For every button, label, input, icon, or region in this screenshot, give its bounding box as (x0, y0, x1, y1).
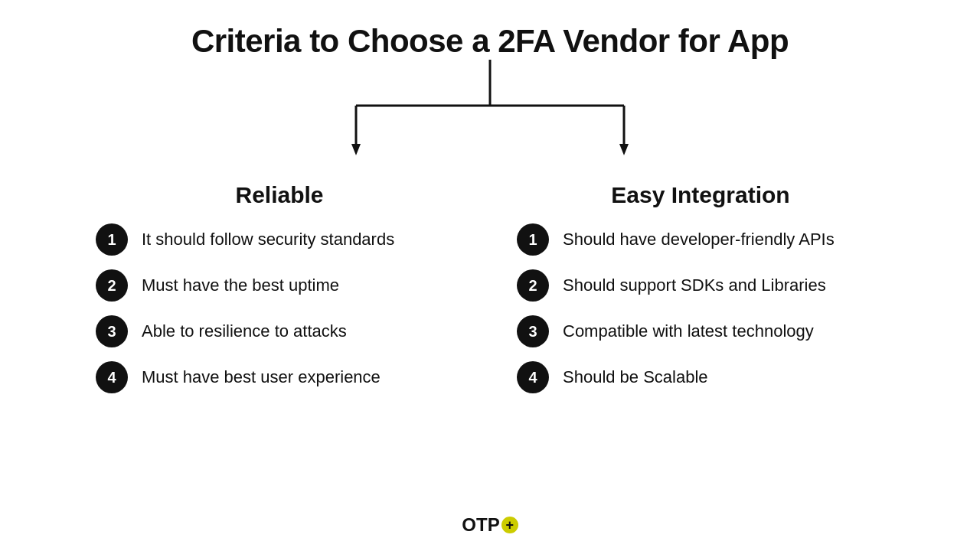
badge-3: 3 (517, 315, 549, 347)
item-text: Should support SDKs and Libraries (563, 276, 826, 295)
easy-integration-heading: Easy Integration (517, 182, 884, 208)
badge-3: 3 (96, 315, 128, 347)
list-item: 2 Should support SDKs and Libraries (517, 269, 826, 302)
list-item: 3 Compatible with latest technology (517, 315, 814, 347)
list-item: 4 Should be Scalable (517, 361, 708, 393)
item-text: Able to resilience to attacks (142, 321, 347, 341)
columns-area: Reliable 1 It should follow security sta… (69, 182, 911, 407)
badge-4: 4 (517, 361, 549, 393)
footer-logo: OTP + (462, 514, 518, 536)
tree-diagram (222, 60, 758, 182)
logo-plus: + (501, 517, 518, 533)
item-text: It should follow security standards (142, 230, 394, 249)
list-item: 4 Must have best user experience (96, 361, 381, 393)
list-item: 2 Must have the best uptime (96, 269, 339, 302)
badge-2: 2 (96, 269, 128, 302)
item-text: Compatible with latest technology (563, 321, 814, 341)
badge-2: 2 (517, 269, 549, 302)
easy-integration-column: Easy Integration 1 Should have developer… (517, 182, 884, 407)
reliable-heading: Reliable (96, 182, 463, 208)
badge-1: 1 (96, 223, 128, 256)
page-title: Criteria to Choose a 2FA Vendor for App (191, 23, 789, 60)
svg-marker-4 (351, 144, 361, 155)
list-item: 3 Able to resilience to attacks (96, 315, 347, 347)
item-text: Should be Scalable (563, 367, 708, 387)
list-item: 1 Should have developer-friendly APIs (517, 223, 835, 256)
badge-4: 4 (96, 361, 128, 393)
item-text: Must have best user experience (142, 367, 381, 387)
item-text: Must have the best uptime (142, 276, 339, 295)
badge-1: 1 (517, 223, 549, 256)
list-item: 1 It should follow security standards (96, 223, 394, 256)
reliable-column: Reliable 1 It should follow security sta… (96, 182, 463, 407)
item-text: Should have developer-friendly APIs (563, 230, 835, 249)
logo-text: OTP (462, 514, 499, 536)
svg-marker-5 (619, 144, 629, 155)
